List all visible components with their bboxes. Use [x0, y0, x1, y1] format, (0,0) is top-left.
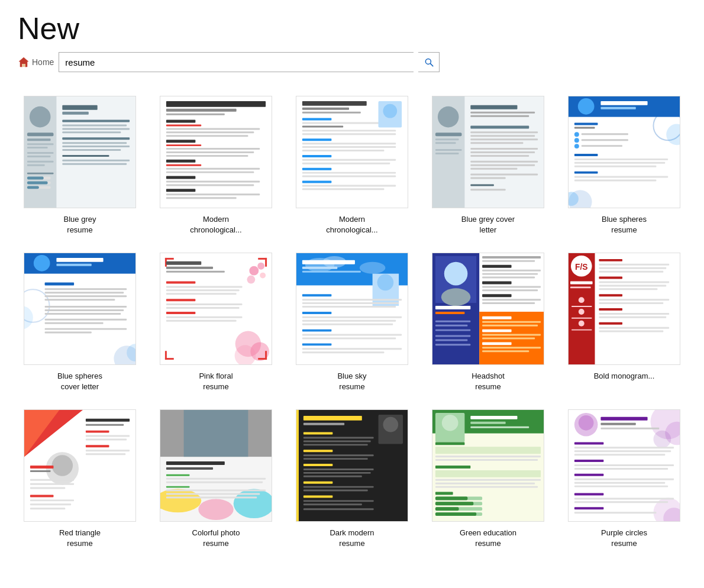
svg-rect-45: [166, 144, 201, 146]
svg-rect-288: [30, 487, 65, 489]
template-label: Modernchronological...: [190, 214, 241, 235]
svg-rect-78: [302, 180, 331, 183]
svg-point-335: [442, 415, 458, 431]
svg-rect-233: [482, 342, 511, 345]
svg-rect-365: [600, 428, 659, 429]
home-label: Home: [32, 57, 54, 67]
svg-point-313: [383, 417, 398, 432]
svg-rect-235: [482, 350, 529, 352]
svg-point-2: [425, 59, 431, 64]
svg-rect-307: [166, 497, 257, 499]
template-item[interactable]: Dark modernresume: [284, 403, 420, 560]
template-label: Blue grey coverletter: [461, 214, 515, 235]
svg-rect-11: [27, 152, 54, 154]
template-item[interactable]: F/S: [556, 247, 692, 403]
svg-rect-346: [435, 483, 535, 484]
svg-rect-168: [166, 289, 240, 291]
svg-rect-295: [184, 410, 248, 457]
svg-rect-30: [27, 177, 44, 180]
search-input[interactable]: [59, 52, 414, 72]
svg-rect-190: [302, 260, 355, 264]
svg-rect-203: [302, 338, 396, 340]
svg-rect-52: [166, 172, 254, 173]
template-item[interactable]: Pink floralresume: [148, 247, 284, 403]
svg-rect-96: [470, 135, 535, 137]
search-button[interactable]: [418, 52, 440, 72]
svg-rect-321: [303, 464, 332, 466]
svg-point-267: [579, 309, 584, 315]
template-label: Modernchronological...: [326, 214, 377, 235]
svg-rect-174: [166, 316, 243, 318]
svg-rect-18: [62, 124, 127, 126]
home-link[interactable]: Home: [18, 56, 54, 68]
svg-rect-206: [302, 351, 385, 353]
template-thumb: [160, 409, 272, 522]
svg-rect-28: [27, 173, 54, 175]
svg-rect-65: [302, 125, 343, 127]
template-item[interactable]: Headshotresume: [420, 247, 556, 403]
svg-rect-130: [574, 180, 657, 182]
svg-rect-89: [435, 149, 462, 151]
svg-rect-169: [166, 293, 237, 295]
svg-rect-164: [166, 267, 213, 269]
svg-rect-260: [599, 313, 669, 315]
template-item[interactable]: Blue skyresume: [284, 247, 420, 403]
svg-rect-328: [303, 496, 332, 498]
svg-rect-284: [86, 450, 130, 451]
template-item[interactable]: Blue greyresume: [12, 90, 148, 247]
svg-rect-234: [482, 347, 541, 348]
template-item[interactable]: Blue spheresresume: [556, 90, 692, 247]
svg-rect-216: [482, 260, 535, 262]
search-input-wrap: [59, 52, 414, 72]
svg-rect-352: [435, 502, 473, 506]
template-thumb: F/S: [568, 253, 680, 365]
svg-point-162: [247, 276, 255, 284]
svg-rect-56: [166, 189, 195, 192]
svg-rect-90: [435, 153, 459, 154]
svg-rect-107: [470, 184, 494, 186]
svg-rect-37: [166, 109, 237, 112]
template-label: Red triangleresume: [59, 528, 101, 548]
templates-grid: Blue greyresume: [0, 84, 704, 566]
svg-rect-58: [166, 197, 237, 199]
svg-rect-222: [482, 286, 541, 288]
template-item[interactable]: Colorful photoresume: [148, 403, 284, 560]
template-label: Headshotresume: [472, 371, 505, 392]
svg-point-211: [441, 288, 470, 306]
svg-rect-175: [166, 320, 237, 322]
svg-rect-339: [435, 442, 464, 445]
template-item[interactable]: Green educationresume: [420, 403, 556, 560]
svg-rect-163: [166, 261, 201, 265]
svg-rect-100: [470, 151, 535, 153]
template-item[interactable]: Red triangleresume: [12, 403, 148, 560]
svg-rect-32: [27, 181, 48, 184]
template-item[interactable]: Modernchronological...: [148, 90, 284, 247]
svg-rect-199: [302, 320, 396, 322]
svg-rect-158: [265, 258, 267, 267]
search-icon: [424, 57, 434, 67]
svg-rect-193: [302, 294, 331, 296]
svg-rect-326: [303, 486, 374, 488]
svg-rect-167: [166, 286, 243, 288]
svg-rect-66: [302, 130, 396, 131]
svg-rect-383: [574, 512, 657, 513]
template-item[interactable]: Blue spherescover letter: [12, 247, 148, 403]
svg-rect-253: [599, 282, 669, 283]
svg-rect-88: [435, 142, 456, 144]
svg-rect-205: [302, 348, 402, 350]
svg-rect-21: [62, 137, 130, 140]
svg-rect-201: [302, 329, 331, 332]
svg-rect-369: [574, 454, 665, 455]
svg-rect-303: [166, 482, 263, 483]
svg-rect-20: [62, 131, 121, 133]
svg-point-85: [438, 106, 459, 128]
svg-rect-282: [86, 439, 127, 441]
template-item[interactable]: Purple circlesresume: [556, 403, 692, 560]
template-item[interactable]: Modernchronological...: [284, 90, 420, 247]
svg-rect-343: [435, 466, 470, 469]
template-label: Blue skyresume: [337, 371, 366, 392]
template-item[interactable]: Blue grey coverletter: [420, 90, 556, 247]
svg-rect-57: [166, 193, 260, 195]
svg-rect-217: [482, 265, 511, 268]
svg-rect-15: [62, 105, 97, 110]
